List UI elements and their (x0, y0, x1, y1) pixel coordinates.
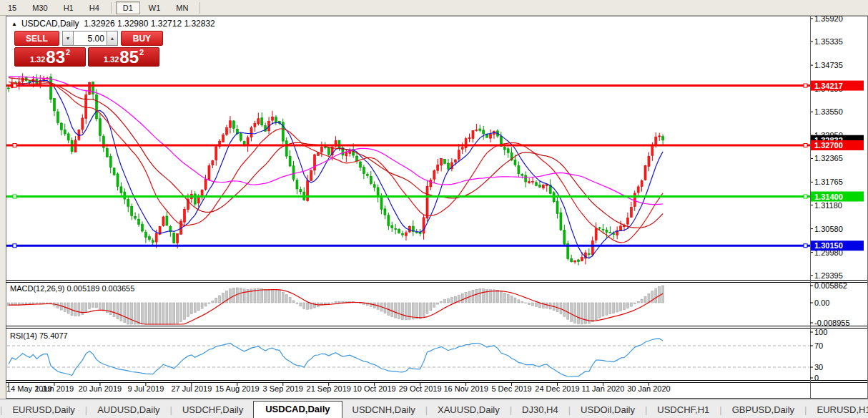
svg-text:30: 30 (814, 363, 823, 371)
tab-usdchf-daily[interactable]: USDCHF,Daily (172, 402, 253, 418)
svg-text:20 Jun 2019: 20 Jun 2019 (79, 384, 122, 393)
tf-button-h1[interactable]: H1 (56, 1, 81, 14)
sell-price-button[interactable]: 1.32 83 2 (14, 47, 86, 67)
price-label-1.30150: 1.30150 (811, 240, 864, 251)
svg-text:5 Dec 2019: 5 Dec 2019 (491, 384, 531, 393)
tf-button-m30[interactable]: M30 (25, 1, 54, 14)
svg-text:1 Jun 2019: 1 Jun 2019 (35, 384, 74, 393)
svg-text:9 Jul 2019: 9 Jul 2019 (127, 384, 164, 393)
svg-text:1.32700: 1.32700 (814, 141, 843, 150)
macd-label: MACD(12,26,9) 0.005189 0.003655 (10, 284, 134, 293)
volume-input[interactable] (74, 31, 107, 46)
collapse-triangle-icon[interactable]: ▲ (11, 21, 17, 27)
price-label-1.34217: 1.34217 (811, 81, 864, 91)
tab-usdcnh-daily[interactable]: USDCNH,Daily (342, 402, 425, 418)
tab-usdcad-daily[interactable]: USDCAD,Daily (253, 401, 342, 418)
price-label-1.31400: 1.31400 (811, 192, 864, 202)
sell-price-pip: 2 (66, 48, 70, 57)
tab-gbpusd-daily[interactable]: GBPUSD,Daily (722, 402, 804, 418)
tf-button-mn[interactable]: MN (169, 1, 195, 14)
price-label-1.32700: 1.32700 (811, 140, 864, 150)
tf-button-15[interactable]: 15 (1, 1, 24, 14)
buy-price-prefix: 1.32 (104, 55, 119, 64)
svg-text:27 Jul 2019: 27 Jul 2019 (171, 384, 212, 393)
tab-usdoil-daily[interactable]: USDOil,Daily (571, 402, 645, 418)
one-click-trade-panel: SELL ▼ ▲ BUY 1.32 83 2 1.32 85 2 (14, 31, 163, 67)
svg-text:100: 100 (814, 328, 827, 336)
svg-text:1.31765: 1.31765 (814, 178, 843, 186)
tab-eurusd-h1[interactable]: EURUSD,H1 (807, 402, 868, 418)
tf-button-w1[interactable]: W1 (142, 1, 168, 14)
volume-up-button[interactable]: ▲ (107, 31, 118, 46)
svg-text:30 Jan 2020: 30 Jan 2020 (627, 384, 671, 393)
svg-text:1.35335: 1.35335 (814, 37, 843, 46)
tab-dj30-h4[interactable]: DJ30,H4 (512, 402, 568, 418)
time-axis: 14 May 20191 Jun 201920 Jun 20199 Jul 20… (6, 383, 671, 393)
buy-price-main: 85 (119, 49, 139, 65)
tab-usdchf-h1[interactable]: USDCHF,H1 (647, 402, 719, 418)
tf-button-d1[interactable]: D1 (116, 1, 140, 14)
svg-text:24 Dec 2019: 24 Dec 2019 (535, 384, 579, 393)
rsi-label: RSI(14) 75.4077 (10, 331, 68, 340)
symbol-tab-bar: |EURUSD,Daily|AUDUSD,Daily|USDCHF,DailyU… (0, 399, 868, 418)
chart-header: ▲USDCAD,Daily 1.32926 1.32980 1.32712 1.… (11, 19, 215, 29)
svg-text:10 Oct 2019: 10 Oct 2019 (353, 384, 396, 393)
svg-text:1.29395: 1.29395 (814, 271, 843, 280)
svg-text:0: 0 (814, 374, 819, 382)
svg-text:0.00: 0.00 (814, 298, 829, 307)
svg-text:1.33550: 1.33550 (814, 107, 843, 116)
sell-button[interactable]: SELL (14, 31, 59, 46)
svg-text:21 Sep 2019: 21 Sep 2019 (307, 384, 351, 393)
svg-text:1.34735: 1.34735 (814, 61, 843, 69)
buy-button[interactable]: BUY (121, 31, 163, 46)
tf-button-h4[interactable]: H4 (82, 1, 107, 14)
toolbar-separator (199, 2, 200, 14)
svg-text:15 Aug 2019: 15 Aug 2019 (215, 384, 260, 393)
buy-price-pip: 2 (139, 48, 144, 57)
svg-text:29 Oct 2019: 29 Oct 2019 (399, 384, 442, 393)
svg-text:70: 70 (814, 341, 823, 350)
timeframe-toolbar: 15M30H1H4D1W1MN (0, 0, 868, 16)
buy-price-button[interactable]: 1.32 85 2 (88, 47, 159, 67)
sell-price-prefix: 1.32 (30, 55, 45, 64)
svg-text:1.30580: 1.30580 (814, 225, 843, 233)
sell-price-main: 83 (46, 49, 65, 65)
tab-xauusd-daily[interactable]: XAUUSD,Daily (428, 402, 510, 418)
volume-down-button[interactable]: ▼ (62, 31, 74, 46)
symbol-title: USDCAD,Daily (21, 19, 79, 29)
svg-text:1.31400: 1.31400 (814, 193, 843, 201)
svg-text:11 Jan 2020: 11 Jan 2020 (582, 384, 625, 393)
ohlc-values: 1.32926 1.32980 1.32712 1.32832 (84, 19, 215, 29)
svg-text:1.31180: 1.31180 (814, 201, 842, 210)
tab-eurusd-daily[interactable]: EURUSD,Daily (2, 402, 84, 418)
svg-text:3 Sep 2019: 3 Sep 2019 (263, 384, 303, 393)
svg-text:-0.008955: -0.008955 (814, 319, 850, 327)
svg-text:1.32365: 1.32365 (814, 154, 843, 162)
tab-audusd-daily[interactable]: AUDUSD,Daily (87, 402, 169, 418)
svg-text:16 Nov 2019: 16 Nov 2019 (443, 384, 488, 393)
svg-text:1.34217: 1.34217 (814, 82, 843, 90)
toolbar-separator (111, 2, 112, 14)
svg-text:1.30150: 1.30150 (814, 241, 843, 250)
svg-text:0.005862: 0.005862 (814, 281, 847, 290)
